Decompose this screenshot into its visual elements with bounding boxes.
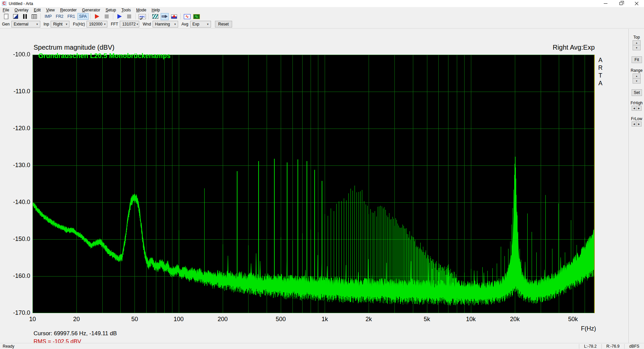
probe-icon[interactable] [161,13,169,20]
status-left-level: L:-78.2 [579,344,601,349]
spectrum-plot[interactable] [33,55,595,313]
arta-letter: T [597,72,604,80]
toolbar-separator [41,13,41,19]
frhigh-buttons: ◀ ▶ [632,106,642,111]
side-panel: Top ▲ ▼ Fit Range ▲ ▼ Set FrHigh ◀ ▶ FrL… [629,29,644,343]
toolbar-measurement: GenExternal▼InpRight▼Fs(Hz)192000▼FFT131… [0,20,644,29]
fr2-mode-button[interactable]: FR2 [54,13,65,20]
close-button[interactable] [629,0,644,7]
y-tick-label: -130.0 [3,162,30,169]
status-bar: Ready L:-78.2 R:-76.9 dBFS [0,343,644,349]
top-up-button[interactable]: ▲ [633,40,641,45]
x-tick-label: 100 [174,316,184,323]
fft-value: 131072 [122,22,136,27]
set-button[interactable]: Set [632,89,642,96]
y-tick-label: -150.0 [3,236,30,243]
generator-start-icon[interactable] [116,13,124,20]
avg-select[interactable]: Exp▼ [190,21,211,28]
wnd-select[interactable]: Hanning▼ [153,21,178,28]
y-tick-label: -160.0 [3,272,30,280]
y-tick-label: -100.0 [3,51,30,58]
fft-label: FFT [111,22,118,27]
frlow-buttons: ◀ ▶ [632,121,642,127]
gen-select[interactable]: External▼ [11,21,40,28]
pause-icon[interactable] [21,13,29,20]
avg-mode-label: Right Avg:Exp [461,44,595,51]
generator-stop-icon[interactable] [125,13,133,20]
frhigh-left-button[interactable]: ◀ [632,106,637,111]
fft-select[interactable]: 131072▼ [120,21,139,28]
generator-stop-icon [127,14,131,18]
inp-select[interactable]: Right▼ [51,21,69,28]
x-tick-label: 500 [276,316,286,323]
calibrate-abc-icon[interactable]: ABC [138,13,146,20]
minimize-button[interactable] [598,0,613,7]
status-ready: Ready [3,344,14,349]
inp-label: Inp [44,22,49,27]
menu-generator[interactable]: Generator [79,7,103,13]
top-spinner: ▲ ▼ [633,40,641,50]
top-down-button[interactable]: ▼ [633,45,641,50]
record-stop-icon [105,14,109,18]
arrow-left-icon: ◀ [633,123,635,126]
menu-mode[interactable]: Mode [133,7,149,13]
new-file-icon[interactable] [2,13,10,20]
menu-edit[interactable]: Edit [31,7,44,13]
menu-overlay[interactable]: Overlay [12,7,31,13]
overlay-icon[interactable] [11,13,19,20]
reset-button[interactable]: Reset [215,21,232,28]
menu-tools[interactable]: Tools [119,7,133,13]
spectral-overlay-icon[interactable] [151,13,159,20]
arrow-down-icon: ▼ [636,47,638,49]
calibrate-abc-icon: ABC [139,14,146,19]
signal-green-icon: ∿ [193,14,200,19]
imp-mode-button[interactable]: IMP [43,13,53,20]
arrow-right-icon: ▶ [638,123,640,126]
range-down-button[interactable]: ▼ [633,79,641,84]
fs-select[interactable]: 192000▼ [87,21,107,28]
toolbar-separator [113,13,113,19]
menu-help[interactable]: Help [149,7,163,13]
x-tick-label: 50k [568,316,578,323]
chevron-down-icon: ▼ [205,21,211,27]
restore-icon [620,2,623,5]
spa-mode-button[interactable]: SPA [77,13,89,20]
avg-label: Avg [181,22,188,27]
y-tick-label: -110.0 [3,88,30,95]
menu-bar: FileOverlayEditViewRecorderGeneratorSetu… [0,7,644,13]
chart-title: Spectrum magnitude (dBV) [34,44,114,51]
range-up-button[interactable]: ▲ [633,73,641,79]
y-tick-label: -170.0 [3,309,30,316]
frhigh-right-button[interactable]: ▶ [637,106,642,111]
table-icon[interactable] [30,13,38,20]
overlay-icon [13,14,18,19]
menu-view[interactable]: View [43,7,57,13]
record-start-icon[interactable] [93,13,101,20]
waterfall-icon [171,14,177,19]
x-axis-label: F(Hz) [553,325,596,332]
signal-red-icon[interactable]: ∿ [183,13,191,20]
arrow-up-icon: ▲ [636,42,638,44]
restore-button[interactable] [613,0,629,7]
menu-file[interactable]: File [0,7,12,13]
frlow-right-button[interactable]: ▶ [637,121,642,127]
toolbar-separator [180,13,181,19]
x-tick-label: 20 [73,316,80,323]
x-tick-label: 10k [466,316,476,323]
x-tick-label: 200 [218,316,228,323]
record-stop-icon[interactable] [103,13,111,20]
menu-setup[interactable]: Setup [103,7,119,13]
close-icon [635,2,638,5]
arrow-down-icon: ▼ [636,80,638,82]
fit-button[interactable]: Fit [632,56,642,63]
frlow-left-button[interactable]: ◀ [632,121,637,127]
avg-value: Exp [193,22,200,27]
generator-start-icon [117,14,122,19]
x-tick-label: 50 [131,316,138,323]
chevron-down-icon: ▼ [102,21,107,27]
fr1-mode-button[interactable]: FR1 [66,13,77,20]
waterfall-icon[interactable] [170,13,178,20]
menu-recorder[interactable]: Recorder [57,7,79,13]
chart-annotation: Grundrauschen L20.5 Monobrückenamps [38,52,171,60]
signal-green-icon[interactable]: ∿ [193,13,201,20]
